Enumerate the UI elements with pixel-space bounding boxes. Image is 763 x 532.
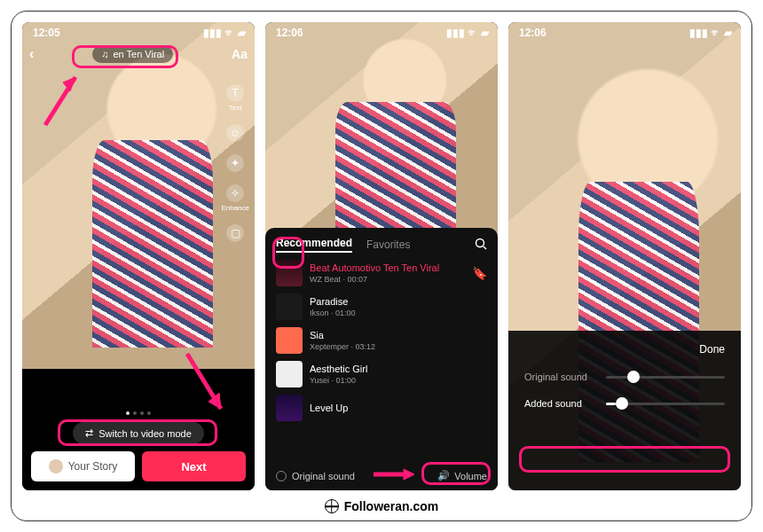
text-icon: T xyxy=(226,84,244,102)
song-row[interactable]: Aesthetic GirlYusei · 01:00 xyxy=(276,361,487,387)
sticker-tool[interactable]: ☺ xyxy=(226,124,244,142)
annotation-arrow-icon xyxy=(38,70,83,132)
svg-point-4 xyxy=(476,239,484,246)
tab-recommended[interactable]: Recommended xyxy=(276,237,352,253)
screenshot-1: 12:05 ▮▮▮ ᯤ ▰ ‹ ♫ en Ten Viral Aa T Text xyxy=(22,22,255,490)
sparkle-icon: ✦ xyxy=(226,154,244,172)
clock: 12:05 xyxy=(33,27,60,39)
added-sound-slider-row: Added sound xyxy=(524,398,725,409)
album-art xyxy=(276,361,303,387)
text-tool-button[interactable]: Aa xyxy=(232,47,248,61)
tool-label: Text xyxy=(229,104,242,112)
enhance-tool[interactable]: ✧ Enhance xyxy=(221,184,249,212)
battery-icon: ▰ xyxy=(238,27,246,39)
avatar xyxy=(49,459,63,473)
signal-icon: ▮▮▮ xyxy=(689,27,708,39)
footer-text: Followeran.com xyxy=(344,499,439,513)
clock: 12:06 xyxy=(519,27,547,39)
search-icon xyxy=(475,238,487,250)
battery-icon: ▰ xyxy=(481,27,489,39)
switch-video-mode-button[interactable]: ⇄ Switch to video mode xyxy=(73,422,204,444)
tab-favorites[interactable]: Favorites xyxy=(366,239,410,251)
signal-icon: ▮▮▮ xyxy=(446,27,465,39)
page-dots xyxy=(126,411,151,415)
your-story-label: Your Story xyxy=(68,460,118,473)
side-toolbar: T Text ☺ ✦ ✧ Enhance ▢ xyxy=(221,84,249,242)
status-bar: 12:06 ▮▮▮ ᯤ ▰ xyxy=(508,22,741,42)
volume-sheet: Done Original sound Added sound xyxy=(508,331,741,490)
song-row[interactable]: ParadiseIkson · 01:00 xyxy=(276,293,487,320)
song-artist: WZ Beat · 00:07 xyxy=(310,275,439,285)
sound-chip-label: en Ten Viral xyxy=(113,49,164,59)
next-button[interactable]: Next xyxy=(142,451,246,481)
screenshot-3: 12:06 ▮▮▮ ᯤ ▰ Done Original sound Added … xyxy=(508,22,741,490)
status-bar: 12:06 ▮▮▮ ᯤ ▰ xyxy=(265,22,498,42)
back-button[interactable]: ‹ xyxy=(29,46,34,62)
song-title: Level Up xyxy=(310,403,348,414)
speaker-icon: 🔊 xyxy=(437,470,450,481)
music-picker-sheet: Recommended Favorites Beat Automotivo Te… xyxy=(265,228,498,490)
status-icons: ▮▮▮ ᯤ ▰ xyxy=(689,27,732,39)
screenshot-2: 12:06 ▮▮▮ ᯤ ▰ Recommended Favorites xyxy=(265,22,498,490)
crop-icon: ▢ xyxy=(226,224,244,242)
sticker-icon: ☺ xyxy=(226,124,244,142)
svg-marker-7 xyxy=(404,469,414,480)
song-artist: Yusei · 01:00 xyxy=(310,376,367,386)
album-art xyxy=(276,395,303,421)
wifi-icon: ᯤ xyxy=(224,27,235,39)
original-sound-label: Original sound xyxy=(292,471,355,481)
wifi-icon: ᯤ xyxy=(468,27,478,39)
sound-chip[interactable]: ♫ en Ten Viral xyxy=(92,45,173,63)
music-note-icon: ♫ xyxy=(101,49,108,59)
swap-icon: ⇄ xyxy=(85,427,93,439)
song-artist: Ikson · 01:00 xyxy=(310,309,356,318)
battery-icon: ▰ xyxy=(724,27,732,39)
crop-tool[interactable]: ▢ xyxy=(226,224,244,242)
screenshots-row: 12:05 ▮▮▮ ᯤ ▰ ‹ ♫ en Ten Viral Aa T Text xyxy=(12,12,751,494)
music-tabs: Recommended Favorites xyxy=(276,237,487,253)
added-sound-slider[interactable] xyxy=(606,403,725,405)
slider-label: Original sound xyxy=(524,372,597,382)
annotation-arrow-icon xyxy=(178,347,232,418)
status-icons: ▮▮▮ ᯤ ▰ xyxy=(203,27,246,39)
your-story-button[interactable]: Your Story xyxy=(31,451,135,481)
done-button[interactable]: Done xyxy=(699,343,725,356)
clock: 12:06 xyxy=(276,27,303,39)
slider-label: Added sound xyxy=(524,398,597,409)
song-row[interactable]: SiaXeptemper · 03:12 xyxy=(276,327,487,354)
song-title: Beat Automotivo Ten Ten Viral xyxy=(310,262,439,274)
song-row[interactable]: Beat Automotivo Ten Ten ViralWZ Beat · 0… xyxy=(276,260,487,286)
search-button[interactable] xyxy=(475,238,487,253)
globe-icon xyxy=(325,499,339,513)
enhance-icon: ✧ xyxy=(226,184,244,202)
album-art xyxy=(276,260,303,286)
svg-line-5 xyxy=(484,246,486,249)
wifi-icon: ᯤ xyxy=(711,27,721,39)
song-artist: Xeptemper · 03:12 xyxy=(310,342,375,352)
original-sound-radio[interactable] xyxy=(276,471,287,481)
signal-icon: ▮▮▮ xyxy=(203,27,222,39)
volume-button[interactable]: 🔊 Volume xyxy=(437,470,487,481)
switch-label: Switch to video mode xyxy=(98,428,192,439)
tool-label: Enhance xyxy=(221,204,249,212)
attribution-footer: Followeran.com xyxy=(12,494,751,520)
status-icons: ▮▮▮ ᯤ ▰ xyxy=(446,27,489,39)
album-art xyxy=(276,293,303,320)
status-bar: 12:05 ▮▮▮ ᯤ ▰ xyxy=(22,22,255,42)
album-art xyxy=(276,327,303,354)
text-tool[interactable]: T Text xyxy=(226,84,244,112)
next-label: Next xyxy=(181,460,206,473)
original-sound-slider-row: Original sound xyxy=(524,372,725,382)
song-row[interactable]: Level Up xyxy=(276,395,487,421)
tutorial-card: 12:05 ▮▮▮ ᯤ ▰ ‹ ♫ en Ten Viral Aa T Text xyxy=(11,11,752,521)
song-title: Paradise xyxy=(310,296,356,308)
video-preview xyxy=(265,22,498,256)
bookmark-button[interactable]: 🔖 xyxy=(472,266,487,280)
effects-tool[interactable]: ✦ xyxy=(226,154,244,172)
annotation-arrow-icon xyxy=(372,466,416,483)
volume-label: Volume xyxy=(454,471,487,481)
song-title: Sia xyxy=(310,330,375,341)
original-sound-slider[interactable] xyxy=(606,376,725,379)
song-list: Beat Automotivo Ten Ten ViralWZ Beat · 0… xyxy=(276,260,487,421)
song-title: Aesthetic Girl xyxy=(310,364,367,375)
